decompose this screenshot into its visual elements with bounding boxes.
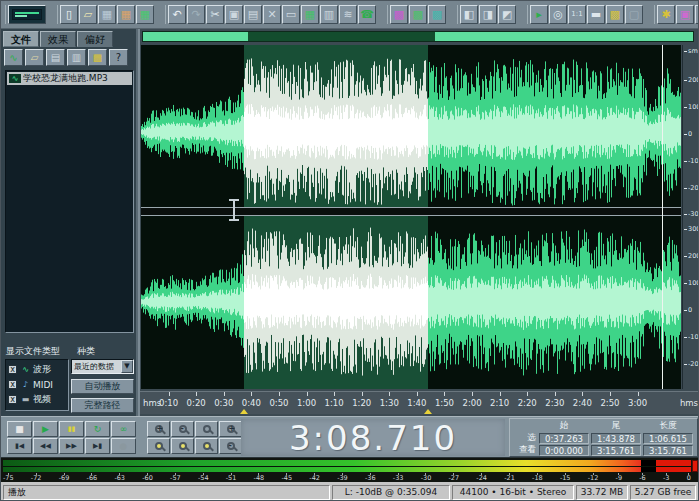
file-list-item[interactable]: ∿ 学校恐龙满地跑.MP3: [7, 72, 132, 85]
loop-button[interactable]: ∞: [111, 421, 136, 437]
settings-button[interactable]: ✱: [657, 5, 675, 24]
tab-files[interactable]: 文件: [3, 31, 39, 47]
multitrack-view-button[interactable]: ▩: [409, 5, 427, 24]
file-list[interactable]: ∿ 学校恐龙满地跑.MP3: [5, 70, 134, 333]
redo-button[interactable]: ↷: [187, 5, 205, 24]
overview-selection[interactable]: [248, 32, 435, 41]
record-icon: ●: [120, 442, 128, 451]
show-effects-button[interactable]: ◨: [479, 5, 497, 24]
ruler-tick-label: 2:10: [490, 398, 509, 408]
zoom-out-button[interactable]: [171, 421, 194, 437]
zoom-full-button[interactable]: [195, 421, 218, 437]
trim-button[interactable]: ▭: [282, 5, 300, 24]
cut-button[interactable]: ✂: [206, 5, 224, 24]
ratio-button[interactable]: 1:1: [568, 5, 586, 24]
overview-bar[interactable]: [142, 31, 694, 42]
blank-button[interactable]: ▢: [625, 5, 643, 24]
record-button[interactable]: ●: [111, 438, 136, 454]
zoom-left-edge-button[interactable]: [219, 421, 242, 437]
waveform-canvas[interactable]: [141, 45, 681, 389]
zoom-right-edge-icon: [227, 442, 235, 450]
pause-icon: ▮▮: [68, 426, 76, 433]
app-window: ▯▱▦▦▦↶↷✂▣▤✕▭▦▥≋☎▩▩▩◧◨◩▸◎1:1▬▩▢✱▣? 文件效果偏好…: [0, 0, 699, 501]
mix-paste-button[interactable]: ▥: [320, 5, 338, 24]
amplitude-scale[interactable]: smpl20000100000-10000-20000-300003000020…: [682, 45, 699, 389]
go-start-button[interactable]: ▮◀: [7, 438, 32, 454]
stop-button[interactable]: ■: [7, 421, 32, 437]
phone-record-button[interactable]: ☎: [358, 5, 376, 24]
new-file-button[interactable]: ▯: [60, 5, 78, 24]
type-wave-label: 波形: [33, 363, 51, 376]
scale-label: -30000: [684, 210, 699, 218]
clip-indicator[interactable]: [692, 460, 698, 472]
ruler-tick: [389, 392, 390, 396]
autoplay-button[interactable]: 自动播放: [71, 379, 134, 394]
selection-edge-marker[interactable]: [240, 409, 248, 414]
type-wave-checkbox[interactable]: x: [8, 365, 17, 374]
show-favorites-button[interactable]: ◩: [498, 5, 516, 24]
file-info-button[interactable]: ▤: [46, 49, 65, 66]
fast-forward-button[interactable]: ▶▶: [59, 438, 84, 454]
delete-button[interactable]: ✕: [263, 5, 281, 24]
open-file-button[interactable]: ▱: [79, 5, 97, 24]
selection-edge-marker[interactable]: [424, 409, 432, 414]
sort-files-button[interactable]: ▥: [67, 49, 86, 66]
selection-table-cell-1-0: 0:00.000: [539, 445, 589, 456]
convert-icon: ▦: [305, 9, 315, 20]
open-folder-button[interactable]: ▱: [25, 49, 44, 66]
scale-label: 0: [684, 130, 692, 138]
time-ruler[interactable]: hmshms0:100:200:300:400:501:001:101:201:…: [140, 391, 699, 414]
type-video-checkbox[interactable]: x: [8, 395, 17, 404]
scripts-button[interactable]: ≋: [339, 5, 357, 24]
meter-tick-label: -6: [639, 473, 645, 482]
go-end-button[interactable]: ▶▮: [85, 438, 110, 454]
type-video-row[interactable]: x▬视频: [8, 392, 66, 407]
keyboard-button[interactable]: ▬: [587, 5, 605, 24]
zoom-in-button[interactable]: [147, 421, 170, 437]
file-name: 学校恐龙满地跑.MP3: [23, 72, 108, 85]
colors-button[interactable]: ▩: [606, 5, 624, 24]
save-all-button[interactable]: ▦: [136, 5, 154, 24]
copy-button[interactable]: ▣: [225, 5, 243, 24]
zoom-sel-right-button[interactable]: [195, 438, 218, 454]
organizer-button[interactable]: ▣: [676, 5, 694, 24]
sort-dropdown[interactable]: 最近的数据 ▼: [71, 359, 134, 374]
level-meter[interactable]: -75-72-69-66-63-60-57-54-51-48-45-42-39-…: [1, 457, 699, 482]
edit-view-button[interactable]: ▩: [390, 5, 408, 24]
show-files-button[interactable]: ◧: [460, 5, 478, 24]
scripts-icon: ≋: [343, 9, 352, 20]
paste-button[interactable]: ▤: [244, 5, 262, 24]
play-looped-button[interactable]: ↻: [85, 421, 110, 437]
status-bar: 播放 L: -10dB @ 0:35.094 44100 • 16-bit • …: [1, 482, 699, 501]
convert-button[interactable]: ▦: [301, 5, 319, 24]
file-options-button[interactable]: ▩: [88, 49, 107, 66]
scrub-control-button[interactable]: [8, 5, 46, 24]
zoom-sel-left-button[interactable]: [171, 438, 194, 454]
rewind-button[interactable]: ◀◀: [33, 438, 58, 454]
ruler-tick-label: 0:40: [242, 398, 261, 408]
save-as-button[interactable]: ▦: [117, 5, 135, 24]
chevron-down-icon[interactable]: ▼: [121, 360, 133, 373]
type-midi-checkbox[interactable]: x: [8, 380, 17, 389]
meter-tick-label: -27: [449, 473, 460, 482]
tab-favorites[interactable]: 偏好: [77, 31, 113, 47]
tab-effects[interactable]: 效果: [40, 31, 76, 47]
undo-button[interactable]: ↶: [168, 5, 186, 24]
fullpath-button[interactable]: 完整路径: [71, 398, 134, 413]
zoom-selection-button[interactable]: [147, 438, 170, 454]
zoom-full-icon: [203, 425, 211, 433]
save-button[interactable]: ▦: [98, 5, 116, 24]
status-file-size: 33.72 MB: [576, 485, 628, 500]
cd-view-button[interactable]: ▩: [428, 5, 446, 24]
type-midi-row[interactable]: x♪MIDI: [8, 377, 66, 392]
type-wave-row[interactable]: x∿波形: [8, 362, 66, 377]
zoom-right-edge-button[interactable]: [219, 438, 242, 454]
import-file-button[interactable]: ∿: [4, 49, 23, 66]
help-button[interactable]: ?: [695, 5, 699, 24]
pause-button[interactable]: ▮▮: [59, 421, 84, 437]
play-button[interactable]: ▶: [33, 421, 58, 437]
play-options-button[interactable]: ▸: [530, 5, 548, 24]
zoom-tool-button[interactable]: ◎: [549, 5, 567, 24]
panel-help-button[interactable]: ?: [109, 49, 128, 66]
scale-label: 20000: [684, 252, 699, 260]
